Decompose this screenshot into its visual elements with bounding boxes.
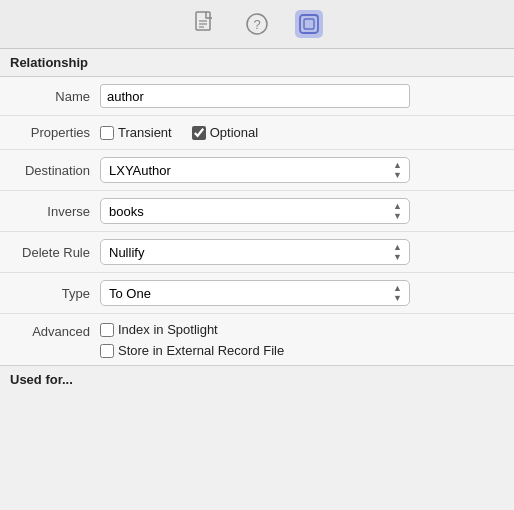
destination-label: Destination	[12, 163, 100, 178]
svg-text:?: ?	[253, 17, 260, 32]
properties-content: Transient Optional	[100, 125, 502, 140]
type-select-wrap: To One To Many ▲ ▼	[100, 280, 410, 306]
delete-rule-content: No Action Nullify Cascade Deny ▲ ▼	[100, 239, 502, 265]
type-select[interactable]: To One To Many	[100, 280, 410, 306]
external-record-label: Store in External Record File	[118, 343, 284, 358]
type-row: Type To One To Many ▲ ▼	[0, 273, 514, 314]
form-area: Name Properties Transient Optional Desti…	[0, 77, 514, 365]
toolbar: ?	[0, 0, 514, 49]
properties-row: Properties Transient Optional	[0, 116, 514, 150]
delete-rule-select[interactable]: No Action Nullify Cascade Deny	[100, 239, 410, 265]
bottom-section-title: Used for...	[0, 365, 514, 393]
external-record-checkbox-wrap[interactable]: Store in External Record File	[100, 343, 284, 358]
index-spotlight-checkbox[interactable]	[100, 323, 114, 337]
optional-checkbox[interactable]	[192, 126, 206, 140]
delete-rule-label: Delete Rule	[12, 245, 100, 260]
destination-select-wrap: LXYAuthor LXYBook LXYTag ▲ ▼	[100, 157, 410, 183]
destination-content: LXYAuthor LXYBook LXYTag ▲ ▼	[100, 157, 502, 183]
properties-label: Properties	[12, 125, 100, 140]
section-title: Relationship	[0, 49, 514, 77]
inspector-toolbar-icon[interactable]	[295, 10, 323, 38]
transient-label: Transient	[118, 125, 172, 140]
inverse-label: Inverse	[12, 204, 100, 219]
type-label: Type	[12, 286, 100, 301]
svg-rect-6	[300, 15, 318, 33]
name-row: Name	[0, 77, 514, 116]
index-spotlight-checkbox-wrap[interactable]: Index in Spotlight	[100, 322, 218, 337]
inverse-select-wrap: books author (No Inverse) ▲ ▼	[100, 198, 410, 224]
destination-select[interactable]: LXYAuthor LXYBook LXYTag	[100, 157, 410, 183]
advanced-label: Advanced	[12, 322, 100, 339]
file-toolbar-icon[interactable]	[191, 10, 219, 38]
delete-rule-select-wrap: No Action Nullify Cascade Deny ▲ ▼	[100, 239, 410, 265]
type-content: To One To Many ▲ ▼	[100, 280, 502, 306]
name-label: Name	[12, 89, 100, 104]
section-title-text: Relationship	[10, 55, 88, 70]
inverse-select[interactable]: books author (No Inverse)	[100, 198, 410, 224]
inverse-row: Inverse books author (No Inverse) ▲ ▼	[0, 191, 514, 232]
bottom-section-title-text: Used for...	[10, 372, 73, 387]
name-input[interactable]	[100, 84, 410, 108]
advanced-row: Advanced Index in Spotlight Store in Ext…	[0, 314, 514, 365]
index-spotlight-label: Index in Spotlight	[118, 322, 218, 337]
optional-label: Optional	[210, 125, 258, 140]
advanced-content: Index in Spotlight Store in External Rec…	[100, 322, 502, 358]
name-content	[100, 84, 502, 108]
optional-checkbox-wrap[interactable]: Optional	[192, 125, 258, 140]
destination-row: Destination LXYAuthor LXYBook LXYTag ▲ ▼	[0, 150, 514, 191]
delete-rule-row: Delete Rule No Action Nullify Cascade De…	[0, 232, 514, 273]
svg-rect-7	[304, 19, 314, 29]
inverse-content: books author (No Inverse) ▲ ▼	[100, 198, 502, 224]
transient-checkbox-wrap[interactable]: Transient	[100, 125, 172, 140]
transient-checkbox[interactable]	[100, 126, 114, 140]
help-toolbar-icon[interactable]: ?	[243, 10, 271, 38]
external-record-checkbox[interactable]	[100, 344, 114, 358]
